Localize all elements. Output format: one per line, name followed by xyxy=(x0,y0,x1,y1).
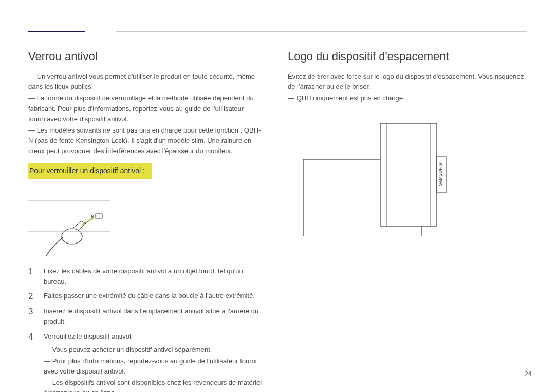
step-text: Faites passer une extrémité du câble dan… xyxy=(44,292,255,300)
monitor-corner-icon: SAMSUNG xyxy=(288,118,527,236)
body-text: Évitez de tirer avec force sur le logo d… xyxy=(288,71,527,92)
svg-rect-8 xyxy=(380,123,437,226)
heading-right: Logo du dispositif d'espacement xyxy=(288,48,527,65)
steps-list: 1 Fixez les câbles de votre dispositif a… xyxy=(28,266,262,392)
step-item: 1 Fixez les câbles de votre dispositif a… xyxy=(28,266,262,287)
note-line: ― Les modèles suivants ne sont pas pris … xyxy=(28,125,262,156)
note-text: Les dispositifs antivol sont disponibles… xyxy=(44,379,262,392)
step-number: 3 xyxy=(28,306,36,327)
step-text: Insérez le dispositif antivol dans l'emp… xyxy=(44,307,258,325)
svg-line-4 xyxy=(82,218,92,225)
left-column: Verrou antivol ― Un verrou antivol vous … xyxy=(28,48,262,392)
step-item: 4 Verrouillez le dispositif antivol. ― V… xyxy=(28,331,262,392)
rule-line xyxy=(116,31,527,32)
body-note: ― QHH uniquement est pris en charge. xyxy=(288,93,527,103)
post-note: ― Vous pouvez acheter un dispositif anti… xyxy=(44,345,262,355)
heading-left: Verrou antivol xyxy=(28,48,262,65)
step-text: Verrouillez le dispositif antivol. xyxy=(44,332,133,340)
note-text: Vous pouvez acheter un dispositif antivo… xyxy=(52,346,212,353)
page-number: 24 xyxy=(525,369,532,379)
note-line: ― La forme du dispositif de verrouillage… xyxy=(28,93,262,124)
step-text: Fixez les câbles de votre dispositif ant… xyxy=(44,267,243,285)
lock-icon xyxy=(28,195,110,257)
post-note: ― Pour plus d'informations, reportez-vou… xyxy=(44,356,262,377)
step-item: 3 Insérez le dispositif antivol dans l'e… xyxy=(28,306,262,327)
note-text: Pour plus d'informations, reportez-vous … xyxy=(44,357,257,375)
step-number: 2 xyxy=(28,291,36,302)
right-column: Logo du dispositif d'espacement Évitez d… xyxy=(288,48,527,392)
note-text: QHH uniquement est pris en charge. xyxy=(297,94,405,102)
note-text: Les modèles suivants ne sont pas pris en… xyxy=(28,126,261,155)
figure-lock xyxy=(28,195,110,257)
svg-point-6 xyxy=(62,229,82,244)
samsung-logo-text: SAMSUNG xyxy=(438,163,443,186)
step-item: 2 Faites passer une extrémité du câble d… xyxy=(28,291,262,302)
step-number: 1 xyxy=(28,266,36,287)
note-text: La forme du dispositif de verrouillage e… xyxy=(28,94,254,122)
note-line: ― Un verrou antivol vous permet d'utilis… xyxy=(28,71,262,92)
post-note: ― Les dispositifs antivol sont disponibl… xyxy=(44,378,262,392)
rule-accent xyxy=(28,31,85,32)
svg-point-3 xyxy=(91,215,94,217)
page-top-rule xyxy=(28,28,527,39)
figure-logo-spacer: SAMSUNG xyxy=(288,118,527,239)
note-text: Un verrou antivol vous permet d'utiliser… xyxy=(28,72,255,90)
left-notes: ― Un verrou antivol vous permet d'utilis… xyxy=(28,71,262,156)
step-number: 4 xyxy=(28,331,36,392)
svg-rect-2 xyxy=(95,214,102,218)
subheading-highlight: Pour verrouiller un dispositif antivol : xyxy=(28,163,152,179)
